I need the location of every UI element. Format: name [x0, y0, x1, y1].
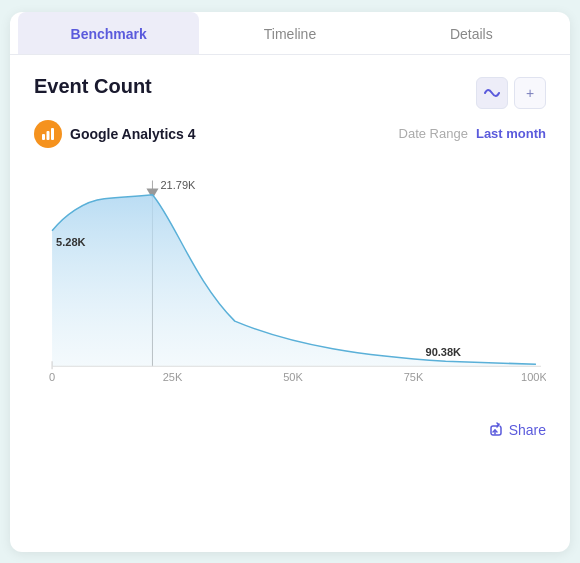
svg-rect-1	[47, 131, 50, 140]
add-icon-btn[interactable]: +	[514, 77, 546, 109]
toolbar-icons: +	[476, 77, 546, 109]
share-icon	[487, 422, 503, 438]
svg-text:25K: 25K	[163, 371, 183, 383]
plus-icon: +	[526, 85, 534, 101]
header-row: Event Count +	[34, 75, 546, 112]
svg-text:5.28K: 5.28K	[56, 235, 85, 247]
peak-label: 21.79K	[160, 178, 196, 190]
share-row: Share	[34, 414, 546, 442]
svg-text:0: 0	[49, 371, 55, 383]
share-label: Share	[509, 422, 546, 438]
tab-bar: Benchmark Timeline Details	[10, 12, 570, 55]
benchmark-icon-btn[interactable]	[476, 77, 508, 109]
tab-benchmark[interactable]: Benchmark	[18, 12, 199, 54]
date-range-label: Date Range	[399, 126, 468, 141]
chart-svg: 21.79K 5.28K 90.38K	[34, 166, 546, 406]
tab-timeline[interactable]: Timeline	[199, 12, 380, 54]
content-area: Event Count +	[10, 55, 570, 458]
source-label: Google Analytics 4	[34, 120, 196, 148]
tab-details[interactable]: Details	[381, 12, 562, 54]
benchmark-chart-icon	[484, 85, 500, 101]
svg-rect-2	[51, 128, 54, 140]
date-range-value[interactable]: Last month	[476, 126, 546, 141]
date-range-row: Date Range Last month	[399, 126, 546, 141]
svg-text:90.38K: 90.38K	[426, 346, 462, 358]
chart-area: 21.79K 5.28K 90.38K	[34, 166, 546, 406]
svg-rect-0	[42, 134, 45, 140]
source-name: Google Analytics 4	[70, 126, 196, 142]
analytics-icon	[41, 127, 55, 141]
share-button[interactable]: Share	[487, 422, 546, 438]
svg-text:75K: 75K	[404, 371, 424, 383]
svg-text:100K: 100K	[521, 371, 546, 383]
ga4-icon	[34, 120, 62, 148]
source-row: Google Analytics 4 Date Range Last month	[34, 120, 546, 148]
svg-text:50K: 50K	[283, 371, 303, 383]
main-card: Benchmark Timeline Details Event Count +	[10, 12, 570, 552]
section-title: Event Count	[34, 75, 152, 98]
